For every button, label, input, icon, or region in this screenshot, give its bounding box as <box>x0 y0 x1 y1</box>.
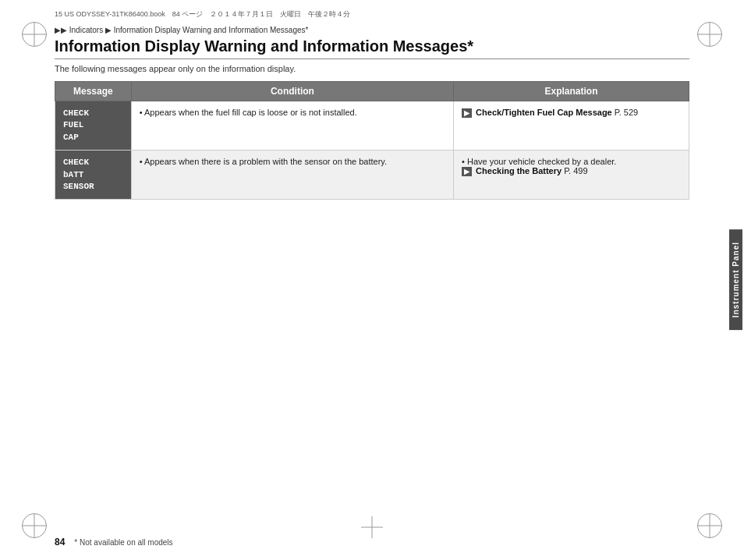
message-cell-2: CHECK bATT SENSOR <box>55 151 132 200</box>
explanation-cell-1: ▶ Check/Tighten Fuel Cap Message P. 529 <box>454 101 689 151</box>
footer-note: * Not available on all models <box>74 538 172 547</box>
subtitle: The following messages appear only on th… <box>55 64 689 73</box>
condition-list-1: Appears when the fuel fill cap is loose … <box>140 108 445 117</box>
table-row: CHECK FUEL CAP Appears when the fuel fil… <box>55 101 689 151</box>
ref-icon-2: ▶ <box>462 167 472 176</box>
explanation-cell-2: Have your vehicle checked by a dealer. ▶… <box>454 151 689 200</box>
sidebar-label-container: Instrument Panel <box>727 0 744 560</box>
table-header-row: Message Condition Explanation <box>55 82 689 101</box>
condition-item-1: Appears when the fuel fill cap is loose … <box>140 108 445 117</box>
page-number: 84 <box>55 537 65 548</box>
ref-icon-1: ▶ <box>462 108 472 118</box>
explanation-bullet-item-2: Have your vehicle checked by a dealer. <box>462 157 681 166</box>
condition-cell-2: Appears when there is a problem with the… <box>131 151 453 200</box>
col-header-explanation: Explanation <box>454 82 689 101</box>
message-cell-1: CHECK FUEL CAP <box>55 101 132 151</box>
condition-list-2: Appears when there is a problem with the… <box>140 157 445 166</box>
sidebar-label-text: Instrument Panel <box>729 229 742 330</box>
message-line-2-3: SENSOR <box>63 182 94 191</box>
condition-cell-1: Appears when the fuel fill cap is loose … <box>131 101 453 151</box>
explanation-link-2: Checking the Battery <box>476 166 562 175</box>
breadcrumb-arrow1: ▶▶ <box>55 26 67 34</box>
print-info: 15 US ODYSSEY-31TK86400.book 84 ページ ２０１４… <box>55 9 689 21</box>
message-line-1-1: CHECK <box>63 108 89 118</box>
page-title: Information Display Warning and Informat… <box>55 37 689 59</box>
col-header-message: Message <box>55 82 132 101</box>
breadcrumb: ▶▶ Indicators ▶ Information Display Warn… <box>55 26 689 34</box>
breadcrumb-arrow2: ▶ <box>105 26 112 34</box>
page-footer: 84 * Not available on all models <box>55 537 707 548</box>
message-line-1-3: CAP <box>63 133 79 142</box>
explanation-link-1: Check/Tighten Fuel Cap Message <box>476 108 612 117</box>
explanation-bullets-2: Have your vehicle checked by a dealer. <box>462 157 681 166</box>
breadcrumb-item1: Indicators <box>69 26 103 34</box>
col-header-condition: Condition <box>131 82 453 101</box>
table-row: CHECK bATT SENSOR Appears when there is … <box>55 151 689 200</box>
breadcrumb-item2: Information Display Warning and Informat… <box>114 26 309 34</box>
message-line-2-2: bATT <box>63 170 83 179</box>
message-line-2-1: CHECK <box>63 158 89 167</box>
main-content: 15 US ODYSSEY-31TK86400.book 84 ページ ２０１４… <box>0 0 727 560</box>
info-table: Message Condition Explanation CHECK FUEL… <box>55 81 689 200</box>
condition-item-2: Appears when there is a problem with the… <box>140 157 445 166</box>
explanation-page-ref-1: P. 529 <box>615 108 638 117</box>
explanation-page-ref-2: P. 499 <box>564 166 587 175</box>
message-line-1-2: FUEL <box>63 120 83 129</box>
